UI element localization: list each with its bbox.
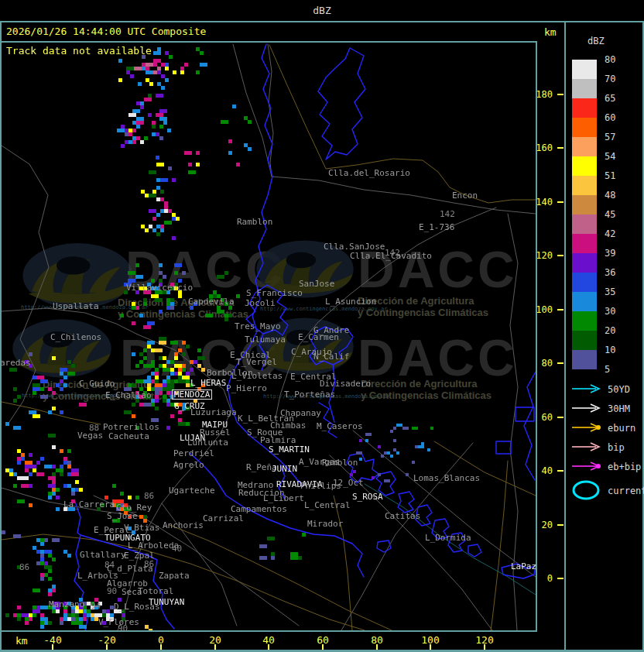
place-label: Totoral	[138, 587, 173, 595]
place-label: E_Carmen	[298, 333, 339, 341]
place-label: S_MARTIN	[269, 445, 310, 454]
place-label: Villavicencio	[126, 283, 193, 292]
place-label: Ramblon	[237, 218, 272, 226]
track-legend-label: current	[608, 486, 644, 496]
scale-swatch	[572, 195, 597, 214]
place-label: Luzuriaga	[190, 408, 237, 417]
place-label: Cacheuta	[108, 432, 149, 441]
scale-label: 65	[605, 93, 615, 104]
right-axis-tick	[557, 470, 564, 472]
place-label: S_Francisco	[246, 289, 303, 297]
scale-swatch	[572, 234, 597, 253]
color-scale-title: dBZ	[587, 36, 605, 46]
place-label: C_Guido	[79, 379, 115, 388]
legend-panel: dBZ 807065605754514845423936353020105 50…	[566, 22, 644, 651]
current-ellipse-icon	[570, 479, 605, 502]
scale-swatch	[572, 176, 597, 195]
right-axis-tick	[557, 417, 564, 418]
scale-swatch	[572, 292, 597, 311]
scale-label: 36	[605, 267, 615, 278]
place-label: Ramblon	[322, 458, 358, 467]
scale-label: 45	[605, 209, 615, 220]
place-label: La_Carrera	[63, 500, 115, 509]
place-label: Catitas	[385, 512, 420, 520]
place-label: E_Challao	[105, 391, 152, 400]
place-label: S_ROSA	[352, 492, 383, 501]
place-label: Palmira	[260, 436, 296, 444]
route-label: 90	[107, 587, 117, 595]
radar-app-window: dBZ 2026/01/26 14:44:00 UTC Composite km…	[0, 0, 644, 652]
place-label: L_HERAS	[190, 379, 226, 387]
place-label: C_Chilenos	[50, 333, 101, 341]
place-label: Uspallata	[53, 302, 99, 311]
scale-label: 48	[605, 190, 615, 201]
scale-swatch	[572, 311, 597, 331]
scale-swatch	[572, 214, 597, 234]
route-label: 40	[172, 544, 182, 553]
place-label: S_Jose	[107, 512, 138, 520]
place-label: Gltallary	[80, 551, 126, 559]
route-label: 90	[118, 624, 128, 633]
place-label: Anchoris	[163, 521, 204, 530]
place-label: Encon	[452, 191, 478, 200]
place-label: L_Asuncion	[325, 297, 376, 306]
place-label: Zapata	[159, 571, 190, 580]
scale-label: 10	[605, 345, 615, 355]
30HM-arrow-icon	[570, 403, 605, 414]
track-status-message: Track data not available	[6, 45, 152, 57]
right-axis-tick	[557, 362, 564, 364]
scale-label: 20	[605, 325, 615, 336]
place-label: Lunlunta	[187, 438, 228, 447]
place-label: Clla.SanJose	[324, 242, 385, 251]
scale-swatch	[572, 137, 597, 156]
place-label: Jocoli	[245, 299, 276, 307]
place-label: Agrelo	[173, 461, 204, 469]
place-label: Carrizal	[203, 514, 244, 523]
scale-swatch	[572, 98, 597, 118]
place-label: M_Caseros	[317, 422, 363, 431]
scale-swatch	[572, 60, 597, 79]
50YD-arrow-icon	[570, 383, 605, 394]
route-label: 94	[91, 602, 101, 610]
place-label: N_Calif	[313, 352, 349, 361]
route-label: 86	[19, 563, 29, 571]
right-axis-tick	[557, 524, 564, 526]
place-label: E_1-736	[419, 223, 454, 232]
scale-label: 35	[605, 287, 615, 297]
place-label: TUNUYAN	[149, 598, 184, 606]
right-axis-tick	[557, 201, 564, 203]
scale-label: 51	[605, 170, 615, 181]
scale-label: 30	[605, 306, 615, 317]
place-label: JUNIN	[272, 465, 297, 473]
route-label: 86	[144, 492, 154, 500]
place-label: Manzano	[49, 600, 84, 609]
place-label: LaPaz	[511, 562, 536, 571]
place-label: V_Btias	[124, 523, 159, 532]
scale-swatch	[572, 253, 597, 273]
scale-swatch	[572, 79, 597, 98]
right-axis-unit: km	[544, 26, 557, 38]
place-label: Lomas_Blancas	[413, 474, 480, 482]
right-axis-tick	[557, 309, 564, 311]
right-axis-tick	[557, 147, 564, 149]
scale-swatch	[572, 156, 597, 176]
scale-label: 5	[605, 364, 610, 375]
place-label: Mirador	[307, 520, 343, 528]
bip-arrow-icon	[570, 441, 605, 452]
place-label: L_Central	[304, 501, 351, 510]
place-label: Capdevila	[188, 297, 235, 306]
scale-swatch	[572, 350, 597, 369]
route-label: 142	[440, 210, 455, 218]
place-label: L_Violetas	[231, 372, 283, 380]
place-label: P_Hierro	[226, 384, 267, 393]
right-axis-tick	[557, 94, 564, 95]
radar-map: DACCDirección de Agricultura y Contingen…	[0, 0, 537, 652]
scale-label: 39	[605, 248, 615, 259]
place-label: Divisadero	[320, 379, 371, 388]
place-label: L_Libert	[263, 494, 304, 503]
scale-swatch	[572, 118, 597, 137]
place-label: L_Dormida	[425, 534, 471, 542]
scale-label: 70	[605, 74, 615, 84]
place-label: Campamentos	[231, 505, 287, 513]
eburn-arrow-icon	[570, 422, 605, 433]
